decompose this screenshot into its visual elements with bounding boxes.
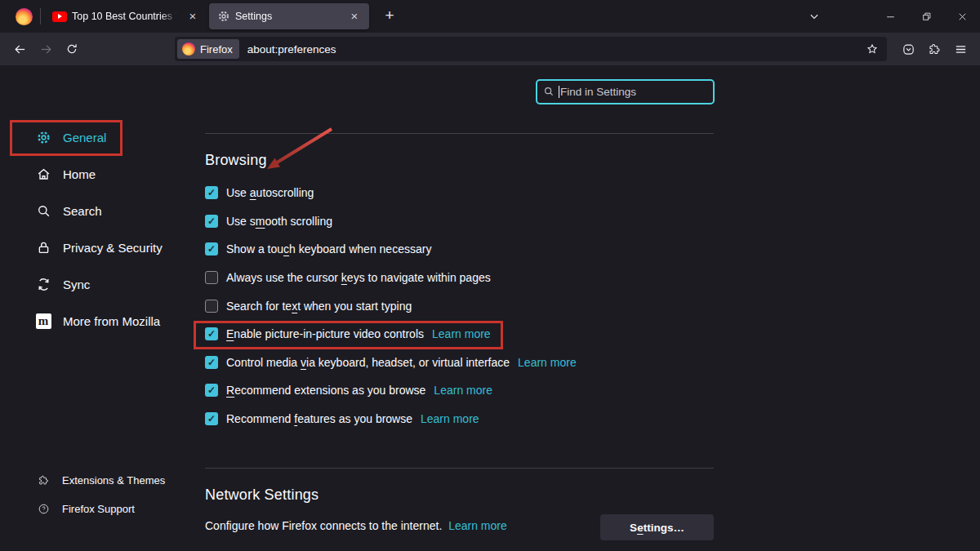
identity-chip[interactable]: Firefox (177, 39, 239, 59)
sync-icon (34, 277, 52, 292)
checkmark-icon: ✓ (207, 188, 216, 198)
reload-button[interactable] (59, 37, 85, 61)
option-recommend-features: ✓ Recommend features as you browse Learn… (205, 405, 714, 433)
navigation-toolbar: Firefox about:preferences (0, 33, 980, 65)
sidebar-item-label: Search (63, 204, 102, 218)
option-smooth-scrolling: ✓ Use smooth scrolling (205, 207, 714, 236)
forward-button[interactable] (33, 37, 59, 61)
learn-more-link[interactable]: Learn more (448, 519, 507, 532)
checkbox[interactable]: ✓ (205, 215, 218, 228)
sidebar-item-home[interactable]: Home (0, 156, 200, 193)
tab-title: Top 10 Best Countries To Live In (72, 11, 180, 22)
option-control-media: ✓ Control media via keyboard, headset, o… (205, 349, 714, 377)
checkbox[interactable]: ✓ (205, 356, 218, 369)
browsing-section-title: Browsing (205, 152, 267, 169)
learn-more-link[interactable]: Learn more (421, 412, 479, 425)
find-in-settings-searchbox[interactable] (536, 79, 715, 104)
option-search-when-typing: ✓ Search for text when you start typing (205, 291, 714, 320)
sidebar-item-firefox-support[interactable]: Firefox Support (0, 495, 200, 523)
checkbox[interactable]: ✓ (205, 271, 218, 284)
checkbox-label[interactable]: Show a touch keyboard when necessary (226, 242, 431, 256)
home-icon (34, 167, 52, 182)
tab-close-icon[interactable]: × (346, 8, 363, 24)
sidebar-item-privacy-security[interactable]: Privacy & Security (0, 229, 200, 266)
checkmark-icon: ✓ (207, 244, 216, 254)
sidebar-item-general[interactable]: General (0, 119, 200, 156)
option-recommend-extensions: ✓ Recommend extensions as you browse Lea… (205, 376, 714, 405)
btn-text: Settings… (630, 522, 684, 534)
checkmark-icon: ✓ (207, 385, 216, 395)
checkbox-label[interactable]: Enable picture-in-picture video controls (226, 327, 424, 340)
identity-chip-label: Firefox (200, 43, 233, 56)
url-text[interactable]: about:preferences (247, 43, 864, 56)
browsing-options: ✓ Use autoscrolling ✓ Use smooth scrolli… (205, 179, 714, 433)
checkbox-label[interactable]: Use autoscrolling (226, 186, 314, 199)
network-settings-button[interactable]: Settings… (600, 514, 714, 540)
checkbox[interactable]: ✓ (205, 242, 218, 256)
checkbox-label[interactable]: Search for text when you start typing (226, 300, 412, 313)
sidebar-item-label: Sync (63, 278, 90, 291)
checkmark-icon: ✓ (207, 329, 216, 339)
youtube-icon (52, 11, 67, 22)
checkbox-label[interactable]: Control media via keyboard, headset, or … (226, 356, 510, 369)
question-icon (36, 503, 51, 515)
sidebar-item-extensions-themes[interactable]: Extensions & Themes (0, 466, 200, 495)
checkbox[interactable]: ✓ (205, 384, 218, 397)
settings-main: Browsing ✓ Use autoscrolling ✓ Use smoot… (205, 65, 714, 551)
firefox-logo-icon (182, 42, 195, 56)
checkmark-icon: ✓ (207, 414, 216, 424)
sidebar-item-search[interactable]: Search (0, 193, 200, 229)
settings-page: General Home Searc (0, 65, 980, 551)
tab-settings[interactable]: Settings × (209, 3, 369, 29)
list-tabs-chevron-icon[interactable] (802, 4, 826, 29)
tab-bar: Top 10 Best Countries To Live In × Setti… (0, 0, 980, 33)
sidebar-footer-label: Firefox Support (62, 503, 135, 515)
new-tab-button[interactable]: + (378, 5, 401, 28)
restore-button[interactable] (908, 0, 944, 33)
gear-icon (217, 10, 230, 23)
checkbox-label[interactable]: Recommend extensions as you browse (226, 384, 425, 397)
network-settings-title: Network Settings (205, 487, 318, 504)
sidebar-item-label: General (63, 131, 106, 144)
url-bar[interactable]: Firefox about:preferences (175, 37, 887, 61)
checkbox[interactable]: ✓ (205, 412, 218, 425)
bookmark-star-icon[interactable] (864, 41, 880, 57)
mozilla-icon: m (34, 313, 52, 329)
sidebar-item-more-from-mozilla[interactable]: m More from Mozilla (0, 303, 200, 340)
search-input[interactable] (537, 81, 713, 103)
tab-title: Settings (235, 11, 341, 22)
learn-more-link[interactable]: Learn more (518, 356, 577, 369)
checkbox-label[interactable]: Always use the cursor keys to navigate w… (226, 271, 491, 284)
extensions-puzzle-icon[interactable] (921, 37, 947, 61)
tab-separator (40, 8, 41, 24)
checkbox[interactable]: ✓ (205, 327, 218, 340)
checkmark-icon: ✓ (207, 216, 216, 226)
sidebar-footer-label: Extensions & Themes (62, 474, 165, 487)
section-divider (205, 133, 714, 134)
checkmark-icon: ✓ (207, 358, 216, 367)
pocket-icon[interactable] (895, 37, 921, 61)
hamburger-menu-icon[interactable] (947, 37, 973, 61)
close-window-button[interactable] (944, 0, 980, 33)
back-button[interactable] (7, 37, 33, 61)
tab-youtube[interactable]: Top 10 Best Countries To Live In × (44, 3, 207, 29)
sidebar-item-label: Home (63, 167, 96, 181)
minimize-button[interactable] (872, 0, 908, 33)
option-picture-in-picture: ✓ Enable picture-in-picture video contro… (205, 320, 714, 349)
checkbox-label[interactable]: Recommend features as you browse (226, 412, 412, 425)
search-icon (34, 203, 52, 219)
option-touch-keyboard: ✓ Show a touch keyboard when necessary (205, 235, 714, 264)
puzzle-icon (36, 474, 51, 487)
sidebar-item-sync[interactable]: Sync (0, 266, 200, 303)
learn-more-link[interactable]: Learn more (432, 327, 491, 340)
checkbox[interactable]: ✓ (205, 300, 218, 313)
lock-icon (34, 240, 52, 256)
checkbox[interactable]: ✓ (205, 186, 218, 199)
firefox-window: Top 10 Best Countries To Live In × Setti… (0, 0, 980, 551)
checkbox-label[interactable]: Use smooth scrolling (226, 215, 332, 228)
option-use-autoscrolling: ✓ Use autoscrolling (205, 179, 714, 207)
firefox-view-button[interactable] (10, 3, 38, 29)
learn-more-link[interactable]: Learn more (434, 384, 492, 397)
tab-close-icon[interactable]: × (185, 8, 201, 24)
network-settings-description: Configure how Firefox connects to the in… (205, 519, 507, 532)
